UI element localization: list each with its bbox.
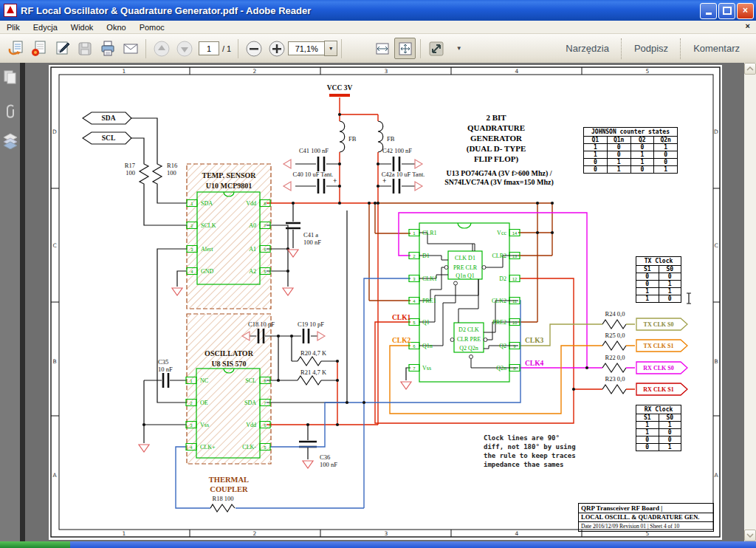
menu-edycja[interactable]: Edycja [27, 22, 64, 32]
svg-text:B: B [52, 358, 56, 365]
minimize-button[interactable] [700, 3, 717, 19]
svg-text:Vss: Vss [422, 365, 431, 371]
print-button[interactable] [97, 38, 118, 59]
svg-text:CLK+: CLK+ [200, 444, 216, 451]
svg-text:THERMAL: THERMAL [209, 476, 249, 484]
zoom-level-input[interactable]: 71,1% [288, 41, 324, 55]
menu-okno[interactable]: Okno [100, 22, 132, 32]
svg-text:CLR2: CLR2 [492, 253, 506, 259]
svg-text:CLK1: CLK1 [422, 275, 437, 282]
svg-text:CLR PRE: CLR PRE [457, 336, 481, 343]
svg-text:12: 12 [512, 277, 518, 281]
svg-text:FB: FB [387, 135, 395, 143]
temp-sensor-part: U10 MCP9801 [206, 182, 252, 190]
tx-clk-s1-flag-label: TX CLK S1 [644, 343, 674, 349]
menu-plik[interactable]: Plik [0, 22, 27, 32]
scroll-down-icon [746, 533, 754, 538]
scl-flag-label: SCL [102, 134, 115, 142]
start-button[interactable] [0, 541, 70, 548]
page-down-icon [176, 40, 193, 58]
svg-text:FB: FB [348, 135, 357, 143]
page-number-input[interactable]: 1 [199, 41, 219, 55]
sign-button[interactable] [51, 38, 72, 59]
svg-text:CLR1: CLR1 [422, 230, 437, 236]
svg-text:PRE1: PRE1 [422, 298, 436, 304]
save-button[interactable] [74, 38, 95, 59]
svg-text:4: 4 [413, 299, 416, 304]
svg-text:SCLK: SCLK [201, 222, 216, 229]
create-pdf-button[interactable] [28, 38, 49, 59]
svg-text:B: B [714, 358, 718, 365]
vertical-scrollbar[interactable] [744, 63, 756, 541]
open-icon [7, 40, 25, 58]
restore-button[interactable] [718, 3, 735, 19]
hide-toolbar-x-icon[interactable]: × [746, 21, 750, 30]
svg-text:A0: A0 [249, 222, 256, 229]
svg-text:SCL: SCL [245, 377, 256, 384]
menu-widok[interactable]: Widok [64, 22, 100, 32]
johnson-counter-table: JOHNSON counter states Q1 Q1n Q2 Q2n 100… [583, 127, 678, 174]
open-button[interactable] [5, 38, 27, 59]
svg-text:5: 5 [413, 321, 416, 325]
svg-text:Q2n: Q2n [496, 365, 506, 371]
svg-text:4: 4 [515, 68, 519, 75]
clock-lines-note: Clock lines are 90° diff, not 180° by us… [484, 434, 576, 469]
menu-pomoc[interactable]: Pomoc [133, 22, 171, 32]
svg-text:2: 2 [413, 254, 416, 258]
zoom-out-icon [245, 40, 263, 58]
page-thumbnails-icon[interactable] [2, 69, 18, 86]
svg-text:Q1: Q1 [422, 319, 430, 326]
svg-text:Vdd: Vdd [246, 422, 256, 428]
svg-text:D: D [714, 129, 718, 135]
sda-flag-label: SDA [101, 114, 115, 122]
svg-text:D: D [52, 129, 57, 135]
svg-text:14: 14 [512, 231, 518, 236]
comment-panel-button[interactable]: Komentarz [681, 43, 752, 54]
svg-text:C42a 10 uF Tant.: C42a 10 uF Tant. [382, 171, 425, 178]
tools-panel-button[interactable]: Narzędzia [554, 43, 621, 54]
svg-text:Vdd: Vdd [246, 200, 256, 207]
resize-mode-button[interactable] [425, 38, 447, 59]
svg-text:Q1n: Q1n [422, 343, 433, 349]
email-button[interactable] [120, 38, 141, 59]
svg-text:+: + [382, 177, 386, 185]
sign-panel-button[interactable]: Podpisz [622, 43, 680, 54]
attachments-icon[interactable] [2, 103, 18, 120]
zoom-out-button[interactable] [243, 38, 264, 59]
layers-icon[interactable] [2, 133, 18, 149]
fit-page-button[interactable] [394, 38, 416, 59]
zoom-dropdown-button[interactable]: ▼ [324, 41, 337, 56]
title-block: QRP Transceiver RF Board | LOCAL OSCILL.… [578, 503, 714, 530]
next-page-button[interactable] [173, 38, 195, 59]
svg-text:OE: OE [200, 400, 208, 406]
svg-text:1: 1 [123, 530, 126, 537]
svg-text:CLK-: CLK- [242, 444, 256, 451]
svg-text:SDA: SDA [244, 400, 256, 406]
scroll-down-button[interactable] [744, 530, 756, 541]
resize-icon [427, 40, 445, 58]
page-up-icon [153, 40, 171, 58]
svg-text:13: 13 [512, 254, 518, 258]
svg-text:CLK2: CLK2 [392, 337, 411, 344]
windows-taskbar[interactable] [0, 541, 756, 548]
sidebar-divider[interactable] [20, 63, 25, 541]
previous-page-button[interactable] [151, 38, 172, 59]
svg-text:3: 3 [413, 277, 416, 281]
fit-width-button[interactable] [371, 38, 393, 59]
chevron-down-icon: ▼ [456, 45, 462, 52]
more-tools-button[interactable]: ▼ [448, 38, 470, 59]
zoom-in-button[interactable] [266, 38, 287, 59]
svg-text:CLK1: CLK1 [392, 314, 411, 321]
svg-text:Vss: Vss [200, 422, 209, 428]
scroll-up-button[interactable] [744, 63, 756, 75]
svg-text:C36: C36 [320, 453, 330, 461]
svg-text:6: 6 [413, 344, 416, 349]
svg-text:R21 4,7 K: R21 4,7 K [300, 369, 327, 376]
svg-text:C40 10 uF Tant.: C40 10 uF Tant. [293, 171, 334, 178]
title-block-project: QRP Transceiver RF Board | [578, 503, 714, 513]
svg-text:D2: D2 [499, 275, 506, 282]
email-icon [122, 40, 140, 58]
svg-text:3: 3 [385, 530, 388, 537]
close-button[interactable]: × [737, 3, 754, 19]
svg-text:C18 10 pF: C18 10 pF [248, 321, 275, 328]
